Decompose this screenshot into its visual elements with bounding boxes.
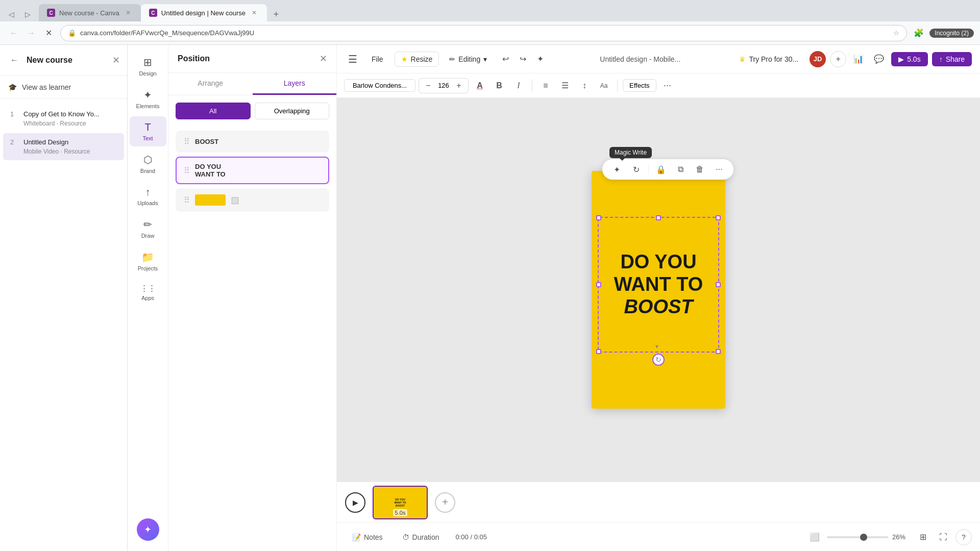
layer-rect[interactable]: ⠿ ▨ [176,188,329,212]
tab-layers[interactable]: Layers [253,73,337,95]
duplicate-button[interactable]: ⧉ [673,162,688,177]
user-avatar[interactable]: JD [810,51,826,67]
toolbar-design[interactable]: ⊞ Design [130,51,166,82]
context-more-button[interactable]: ··· [712,162,726,177]
position-close-button[interactable]: ✕ [320,53,327,64]
canvas-workspace[interactable]: Magic Write ✦ ↻ 🔒 ⧉ 🗑 ··· DO YOU WANT TO… [337,98,980,482]
course-close-button[interactable]: ✕ [112,55,120,66]
case-button[interactable]: Aa [596,78,612,94]
more-options-button[interactable]: ··· [659,78,676,94]
drag-handle-rect[interactable]: ⠿ [184,195,190,205]
handle-top-right[interactable] [716,215,721,220]
lock-button[interactable]: 🔒 [654,162,668,177]
layer-boost[interactable]: ⠿ BOOST [176,131,329,153]
star-icon[interactable]: ☆ [893,29,899,37]
toolbar-draw[interactable]: ✏ Draw [130,213,166,244]
drag-handle-boost[interactable]: ⠿ [184,137,190,146]
thumb-mini-text: DO YOUWANT TOBOOST [395,498,406,507]
editing-button[interactable]: ✏ Editing ▾ [443,52,493,66]
handle-bottom-left[interactable] [596,349,601,354]
timeline-play-button[interactable]: ▶ [345,492,365,513]
comments-button[interactable]: 💬 [871,51,887,67]
timeline-thumbnail-1[interactable]: DO YOUWANT TOBOOST 5.0s [373,486,428,519]
layer-do-you-want-to[interactable]: ⠿ DO YOUWANT TO [176,157,329,184]
present-button[interactable]: ▶ 5.0s [891,52,927,66]
course-item-2[interactable]: 2 Untitled Design Mobile Video · Resourc… [3,133,124,160]
item-1-title: Copy of Get to Know Yo... [23,110,117,119]
expand-button[interactable]: ⛶ [935,529,951,545]
incognito-badge[interactable]: Incognito (2) [929,29,974,38]
address-bar[interactable]: 🔒 canva.com/folder/FAFVwcrQe_M/sequence/… [60,25,907,41]
screen-view-button[interactable]: ⬜ [806,529,823,545]
file-button[interactable]: File [364,52,390,66]
handle-right-mid[interactable] [716,282,721,287]
back-button[interactable]: ← [6,26,21,41]
tab-1[interactable]: C New course - Canva ✕ [39,4,141,21]
handle-bottom-right[interactable] [716,349,721,354]
share-button[interactable]: ↑ Share [932,52,972,66]
italic-button[interactable]: I [510,78,527,94]
canvas-card[interactable]: DO YOU WANT TO BOOST ↻ [592,171,725,409]
effects-button[interactable]: Effects [623,79,656,92]
font-size-increase[interactable]: + [453,80,465,92]
toolbar-elements[interactable]: ✦ Elements [130,84,166,114]
zoom-slider[interactable] [827,536,888,538]
address-bar-row: ← → ✕ 🔒 canva.com/folder/FAFVwcrQe_M/seq… [0,21,980,45]
hamburger-menu-icon[interactable]: ☰ [345,50,360,68]
notes-button[interactable]: 📝 Notes [345,530,390,544]
tab-1-close[interactable]: ✕ [124,8,133,17]
reload-button[interactable]: ✕ [41,26,56,41]
magic-write-button[interactable]: ✦ [609,162,624,177]
toolbar-brand[interactable]: ⬡ Brand [130,148,166,179]
handle-left-mid[interactable] [596,282,601,287]
zoom-thumb[interactable] [860,534,867,541]
tab-arrange[interactable]: Arrange [168,73,253,95]
view-as-learner-button[interactable]: 🎓 View as learner [0,76,127,99]
delete-button[interactable]: 🗑 [693,162,707,177]
add-scene-button[interactable]: + [435,492,455,513]
zoom-track[interactable] [827,536,888,538]
tab-bar: ◁ ▷ C New course - Canva ✕ C Untitled de… [0,0,980,21]
duration-button[interactable]: ⏱ Duration [395,530,447,544]
new-tab-button[interactable]: + [269,7,283,21]
drag-handle-do-you[interactable]: ⠿ [184,166,190,176]
try-pro-button[interactable]: ♛ Try Pro for 30... [732,52,805,66]
font-size-decrease[interactable]: − [422,80,434,92]
add-person-button[interactable]: + [830,51,846,67]
browser-nav-forward[interactable]: ▷ [20,7,35,21]
course-item-1[interactable]: 1 Copy of Get to Know Yo... Whiteboard ·… [3,105,124,132]
tab-2[interactable]: C Untitled design | New course ✕ [141,4,267,21]
tab-2-close[interactable]: ✕ [250,8,259,17]
toolbar-text[interactable]: T Text [130,116,166,146]
filter-all-button[interactable]: All [176,103,251,119]
help-button[interactable]: ? [955,529,972,545]
apps-icon: ⋮⋮ [140,284,156,293]
forward-button[interactable]: → [23,26,39,41]
magic-button[interactable]: ✦ [137,518,159,541]
resize-button[interactable]: ★ Resize [395,52,439,67]
bold-button[interactable]: B [491,78,507,94]
browser-nav-back[interactable]: ◁ [4,7,18,21]
text-color-button[interactable]: A [472,78,488,94]
redo-button[interactable]: ↪ [514,51,531,67]
toolbar-apps[interactable]: ⋮⋮ Apps [130,279,166,306]
rotate-button[interactable]: ↻ [629,162,643,177]
spacing-button[interactable]: ↕ [576,78,593,94]
align-button[interactable]: ≡ [537,78,554,94]
toolbar-uploads[interactable]: ↑ Uploads [130,181,166,211]
rotate-handle[interactable]: ↻ [652,354,665,366]
filter-overlapping-button[interactable]: Overlapping [255,103,330,119]
canvas-line2: WANT TO [614,273,703,296]
handle-top-left[interactable] [596,215,601,220]
undo-button[interactable]: ↩ [497,51,513,67]
extension-icon[interactable]: 🧩 [911,26,926,41]
list-button[interactable]: ☰ [557,78,573,94]
layers-list: ⠿ BOOST ⠿ DO YOUWANT TO ⠿ ▨ [168,127,336,216]
magic-write-toolbar-button[interactable]: ✦ [532,51,548,67]
grid-view-button[interactable]: ⊞ [915,529,931,545]
font-selector[interactable]: Barlow Condens... [344,79,415,92]
analytics-button[interactable]: 📊 [850,51,867,67]
toolbar-projects[interactable]: 📁 Projects [130,246,166,277]
handle-top-mid[interactable] [656,215,661,220]
course-back-button[interactable]: ← [7,53,21,67]
